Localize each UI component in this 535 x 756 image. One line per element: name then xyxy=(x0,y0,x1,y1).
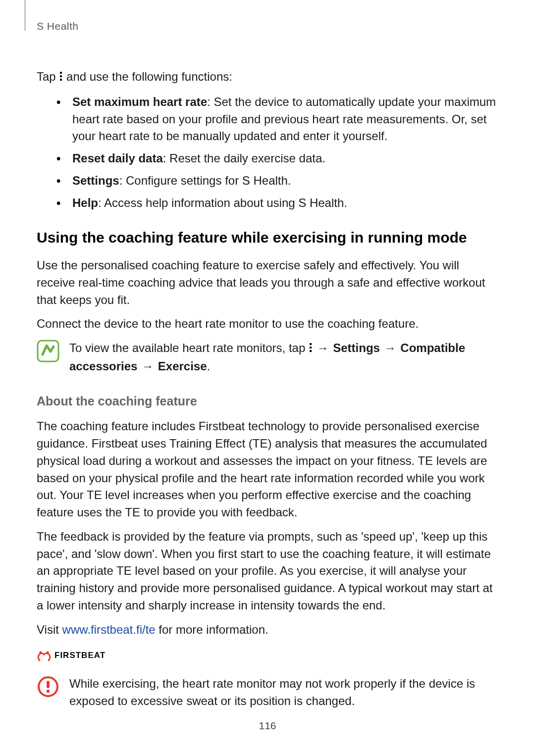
note-text: To view the available heart rate monitor… xyxy=(69,340,498,375)
firstbeat-brand-text: FIRSTBEAT xyxy=(54,650,106,662)
note-pre: To view the available heart rate monitor… xyxy=(69,341,309,354)
note-info: To view the available heart rate monitor… xyxy=(37,340,498,375)
visit-pre: Visit xyxy=(37,623,62,636)
svg-rect-0 xyxy=(60,72,62,74)
heading-about: About the coaching feature xyxy=(37,392,498,410)
more-options-icon xyxy=(309,341,313,358)
list-term: Help xyxy=(72,196,98,209)
arrow-icon: → xyxy=(381,341,399,354)
list-item: Set maximum heart rate: Set the device t… xyxy=(56,94,498,145)
intro-pre: Tap xyxy=(37,70,59,83)
section-label: S Health xyxy=(37,19,79,34)
arrow-icon: → xyxy=(314,341,332,354)
paragraph: Use the personalised coaching feature to… xyxy=(37,257,498,308)
svg-rect-2 xyxy=(60,79,62,81)
heading-coaching: Using the coaching feature while exercis… xyxy=(37,227,498,249)
arrow-icon: → xyxy=(138,359,157,373)
list-term: Settings xyxy=(72,174,119,187)
warning-text: While exercising, the heart rate monitor… xyxy=(69,675,498,710)
svg-point-11 xyxy=(47,690,50,693)
firstbeat-logo: FIRSTBEAT xyxy=(37,650,498,662)
list-item: Settings: Configure settings for S Healt… xyxy=(56,172,498,190)
functions-list: Set maximum heart rate: Set the device t… xyxy=(37,94,498,212)
list-desc: : Configure settings for S Health. xyxy=(119,174,291,187)
list-desc: : Reset the daily exercise data. xyxy=(163,151,325,165)
firstbeat-link[interactable]: www.firstbeat.fi/te xyxy=(62,623,156,636)
note-icon xyxy=(37,340,59,362)
note-settings: Settings xyxy=(333,341,380,354)
visit-post: for more information. xyxy=(156,623,268,636)
svg-rect-1 xyxy=(60,75,62,77)
page: S Health Tap and use the following funct… xyxy=(0,0,535,756)
list-item: Reset daily data: Reset the daily exerci… xyxy=(56,150,498,167)
note-period: . xyxy=(207,359,211,373)
warning-icon xyxy=(37,675,59,698)
intro-paragraph: Tap and use the following functions: xyxy=(37,68,498,87)
paragraph: Connect the device to the heart rate mon… xyxy=(37,315,498,333)
svg-point-7 xyxy=(40,651,42,654)
header-rule xyxy=(25,0,25,31)
svg-rect-6 xyxy=(310,350,312,352)
note-exercise: Exercise xyxy=(158,359,207,373)
list-desc: : Access help information about using S … xyxy=(98,196,347,209)
svg-point-8 xyxy=(47,651,49,654)
list-item: Help: Access help information about usin… xyxy=(56,195,498,212)
paragraph: The coaching feature includes Firstbeat … xyxy=(37,418,498,521)
svg-rect-3 xyxy=(38,341,58,361)
list-term: Set maximum heart rate xyxy=(72,95,207,108)
paragraph: The feedback is provided by the feature … xyxy=(37,528,498,614)
content: Tap and use the following functions: Set… xyxy=(37,68,498,710)
svg-rect-5 xyxy=(310,347,312,349)
warning-note: While exercising, the heart rate monitor… xyxy=(37,675,498,710)
svg-rect-10 xyxy=(47,681,50,688)
page-number: 116 xyxy=(0,718,535,733)
svg-rect-4 xyxy=(310,343,312,345)
firstbeat-mark-icon xyxy=(37,650,52,661)
list-term: Reset daily data xyxy=(72,151,163,165)
intro-post: and use the following functions: xyxy=(63,70,232,83)
visit-paragraph: Visit www.firstbeat.fi/te for more infor… xyxy=(37,621,498,639)
